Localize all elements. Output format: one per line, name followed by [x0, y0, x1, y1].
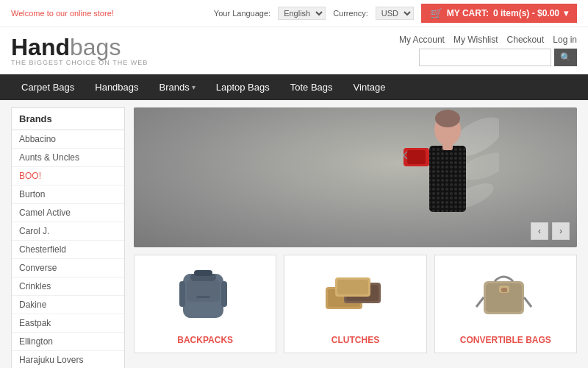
main-nav: Carpet Bags Handbags Brands ▾ Laptop Bag…	[0, 74, 588, 100]
sidebar-item[interactable]: Aunts & Uncles	[12, 149, 124, 167]
sidebar-list: AbbacinoAunts & UnclesBOO!BurtonCamel Ac…	[11, 130, 125, 368]
product-cards: BACKPACKS CLUTCHES CONVERTIBLE BAGS	[134, 255, 577, 353]
hero-person	[356, 107, 539, 247]
product-card[interactable]: CONVERTIBLE BAGS	[434, 255, 577, 353]
nav-vintage-label: Vintage	[354, 82, 386, 93]
header: Handbags THE BIGGEST CHOICE ON THE WEB M…	[0, 27, 588, 74]
checkout-link[interactable]: Checkout	[507, 35, 545, 45]
product-card[interactable]: CLUTCHES	[284, 255, 426, 353]
svg-rect-12	[442, 143, 453, 150]
product-card-label: CLUTCHES	[331, 335, 379, 345]
account-link[interactable]: My Account	[399, 35, 445, 45]
hero-navigation: ‹ ›	[531, 222, 570, 240]
sidebar-item[interactable]: Chesterfield	[12, 241, 124, 259]
logo-text: Handbags	[11, 35, 148, 59]
main-area: ‹ › BACKPACKS CLUTCHES	[134, 107, 577, 368]
svg-point-4	[435, 110, 460, 127]
sidebar-item[interactable]: Harajuku Lovers	[12, 351, 124, 368]
language-select[interactable]: English	[278, 7, 326, 20]
top-bar: Welcome to our online store! Your Langua…	[0, 0, 588, 27]
hero-banner: ‹ ›	[134, 107, 577, 247]
content: Brands AbbacinoAunts & UnclesBOO!BurtonC…	[0, 100, 588, 368]
sidebar-title: Brands	[11, 107, 125, 130]
nav-brands[interactable]: Brands ▾	[149, 74, 206, 100]
product-card[interactable]: BACKPACKS	[134, 255, 276, 353]
svg-rect-34	[501, 288, 507, 292]
search-bar: 🔍	[419, 49, 577, 66]
cart-chevron-icon: ▾	[564, 8, 568, 18]
cart-items: 0 item(s) - $0.00	[493, 8, 559, 18]
sidebar-item[interactable]: Carol J.	[12, 222, 124, 241]
sidebar-item[interactable]: Eastpak	[12, 314, 124, 333]
hero-person-svg	[396, 107, 499, 247]
nav-brands-chevron-icon: ▾	[192, 83, 196, 91]
sidebar-item[interactable]: Abbacino	[12, 130, 124, 149]
cart-button[interactable]: 🛒 MY CART: 0 item(s) - $0.00 ▾	[421, 4, 577, 23]
logo-bags: bags	[70, 34, 121, 60]
cart-icon: 🛒	[430, 7, 442, 19]
product-card-image	[292, 263, 418, 329]
currency-label: Currency:	[333, 9, 368, 18]
svg-line-32	[524, 297, 531, 307]
language-label: Your Language:	[214, 9, 270, 18]
logo-hand: Hand	[11, 34, 70, 60]
header-nav: My Account My Wishlist Checkout Log in	[399, 35, 577, 45]
product-card-label: CONVERTIBLE BAGS	[460, 335, 551, 345]
sidebar-item[interactable]: Burton	[12, 185, 124, 204]
sidebar-item[interactable]: Ellington	[12, 333, 124, 351]
sidebar-item[interactable]: Converse	[12, 259, 124, 277]
currency-select[interactable]: USD	[376, 7, 414, 20]
header-right: My Account My Wishlist Checkout Log in 🔍	[399, 35, 577, 66]
svg-line-31	[476, 297, 484, 307]
nav-vintage[interactable]: Vintage	[343, 74, 396, 100]
sidebar-item[interactable]: Camel Active	[12, 204, 124, 222]
svg-rect-28	[337, 280, 368, 294]
product-card-image	[442, 263, 569, 329]
logo: Handbags THE BIGGEST CHOICE ON THE WEB	[11, 35, 148, 66]
svg-rect-9	[407, 150, 426, 164]
welcome-text: Welcome to our online store!	[11, 9, 114, 18]
nav-laptop-bags-label: Laptop Bags	[216, 82, 270, 93]
nav-carpet-bags[interactable]: Carpet Bags	[11, 74, 85, 100]
search-button[interactable]: 🔍	[554, 49, 577, 66]
svg-rect-17	[194, 270, 212, 276]
sidebar: Brands AbbacinoAunts & UnclesBOO!BurtonC…	[11, 107, 125, 368]
product-card-label: BACKPACKS	[177, 335, 233, 345]
search-input[interactable]	[419, 49, 551, 66]
cart-label: MY CART:	[447, 8, 489, 18]
nav-handbags[interactable]: Handbags	[85, 74, 148, 100]
product-card-image	[142, 263, 268, 329]
svg-rect-6	[429, 146, 466, 212]
search-icon: 🔍	[560, 52, 571, 63]
nav-carpet-bags-label: Carpet Bags	[21, 82, 74, 93]
logo-sub: THE BIGGEST CHOICE ON THE WEB	[11, 59, 148, 66]
wishlist-link[interactable]: My Wishlist	[453, 35, 498, 45]
sidebar-item[interactable]: Crinkles	[12, 277, 124, 296]
sidebar-item[interactable]: BOO!	[12, 167, 124, 185]
login-link[interactable]: Log in	[553, 35, 577, 45]
nav-handbags-label: Handbags	[95, 82, 138, 93]
sidebar-item[interactable]: Dakine	[12, 296, 124, 314]
top-bar-right: Your Language: English Currency: USD 🛒 M…	[214, 4, 577, 23]
hero-prev-button[interactable]: ‹	[531, 222, 548, 240]
nav-tote-bags[interactable]: Tote Bags	[280, 74, 343, 100]
nav-brands-label: Brands	[159, 82, 190, 93]
svg-rect-19	[179, 281, 185, 307]
hero-next-button[interactable]: ›	[552, 222, 570, 240]
nav-tote-bags-label: Tote Bags	[290, 82, 333, 93]
nav-laptop-bags[interactable]: Laptop Bags	[206, 74, 280, 100]
